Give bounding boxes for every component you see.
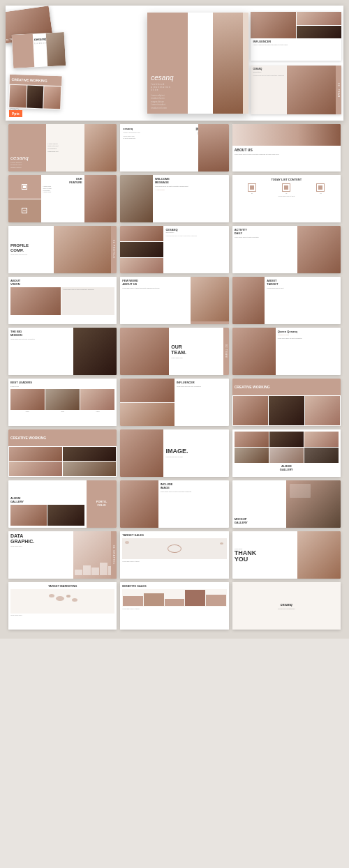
slide-today-list[interactable]: TODAY LIST CONTENT 01 02 <box>232 175 341 222</box>
pptx-badge: Pptx <box>9 110 22 117</box>
slide-our-feature[interactable]: OURFEATURE Lorem ipsumdolor sit ametcons… <box>8 175 117 222</box>
slide-row-7: CREATIVE WORKING IMAGE. Lorem ipsum dolo… <box>6 429 343 477</box>
slide-few-word[interactable]: FEW WORDABOUT US Lorem ipsum dolor sit a… <box>120 277 228 324</box>
slide-row-10: TARGET MARKETING Lorem ipsum dolor <box>6 582 343 630</box>
slide-our-team[interactable]: OURTEAM. Lorem ipsum dolor 02 TEAM <box>120 328 228 375</box>
slide-include-image[interactable]: INCLUDEIMAGE Lorem ipsum dolor sit amet … <box>120 480 228 528</box>
slide-benefite-sales[interactable]: BENEFITE SALES Lorem ipsum dolor sit ame… <box>120 582 228 630</box>
slide-best-leaders[interactable]: BEST LEADERS POSITION name name name <box>8 379 117 426</box>
slide-album-gallery-1[interactable]: ALBUMGALLERY <box>232 429 341 477</box>
slide-row-1: cesanq Lorem adipiscitincidunt loremmagn… <box>6 124 343 172</box>
slide-row-4: ABOUTVISION Lorem ipsum dolor sit amet c… <box>6 277 343 324</box>
slide-image[interactable]: IMAGE. Lorem ipsum dolor sit amet <box>120 429 228 477</box>
slide-data-graphic[interactable]: DATAGRAPHIC. Lorem ipsum dolor 04 GRAPHI… <box>8 531 117 579</box>
slide-album-gallery-2[interactable]: ALBUMGALLERY PORTO-FOLIO <box>8 480 117 528</box>
slide-creative-working-2[interactable]: CREATIVE WORKING <box>8 429 117 477</box>
slide-queen-qesanq[interactable]: Queen Qesanq Fashion Model Lorem ipsum d… <box>232 328 341 375</box>
slide-influencer[interactable]: INFLUENCER Lorem ipsum dolor sit amet co… <box>120 379 228 426</box>
slide-activity-daily[interactable]: ACTIVITYDAILY Lorem ipsum dolor sit amet… <box>232 226 341 273</box>
slide-big-mission[interactable]: THE BIGMISSION Lorem ipsum dolor sit ame… <box>8 328 117 375</box>
slide-creative-working-1[interactable]: CREATIVE WORKING <box>232 379 341 426</box>
slide-about-vision[interactable]: ABOUTVISION Lorem ipsum dolor sit amet c… <box>8 277 117 324</box>
slide-cesanq-story[interactable]: CESANQ Short story Lorem ipsum dolor sit… <box>120 226 228 273</box>
slide-target-sales[interactable]: TARGET SALES Lorem ipsum dolor sit amet <box>120 531 228 579</box>
slide-profile-comp[interactable]: PROFILECOMP. Lorem ipsum dolor sit amet … <box>8 226 117 273</box>
slide-thank-you[interactable]: Lorem ipsum THANKYOU <box>232 531 341 579</box>
page-wrapper: 01. TEAM cesanq lookbook CREATIVE WORKIN… <box>0 0 349 639</box>
slide-row-2: OURFEATURE Lorem ipsumdolor sit ametcons… <box>6 175 343 222</box>
slide-row-3: PROFILECOMP. Lorem ipsum dolor sit amet … <box>6 226 343 273</box>
slide-row-5: THE BIGMISSION Lorem ipsum dolor sit ame… <box>6 328 343 375</box>
slide-row-8: ALBUMGALLERY PORTO-FOLIO INCLUDEIMAGE Lo… <box>6 480 343 528</box>
slide-target-marketing[interactable]: TARGET MARKETING Lorem ipsum dolor <box>8 582 117 630</box>
slide-row-6: BEST LEADERS POSITION name name name <box>6 379 343 426</box>
slide-cesanq-cover[interactable]: cesanq Lorem adipiscitincidunt loremmagn… <box>8 124 117 172</box>
slide-mockup-gallery[interactable]: MOCKUPGALLERY <box>232 480 341 528</box>
slide-welcome-message[interactable]: WELCOMEMESSAGE Lorem ipsum dolor sit ame… <box>120 175 228 222</box>
slide-row-9: DATAGRAPHIC. Lorem ipsum dolor 04 GRAPHI… <box>6 531 343 579</box>
hero-slide: 01. TEAM cesanq lookbook CREATIVE WORKIN… <box>6 6 343 121</box>
slide-about-us[interactable]: ABOUT US Lorem ipsum dolor sit amet cons… <box>232 124 341 172</box>
slide-introduce[interactable]: INTRO-DUCE cesanq lookbook presentation … <box>120 124 228 172</box>
slide-extra[interactable]: cesanq lookbook presentation <box>232 582 341 630</box>
slide-about-target[interactable]: ABOUTTARGET Lorem ipsum dolor sit amet <box>232 277 341 324</box>
